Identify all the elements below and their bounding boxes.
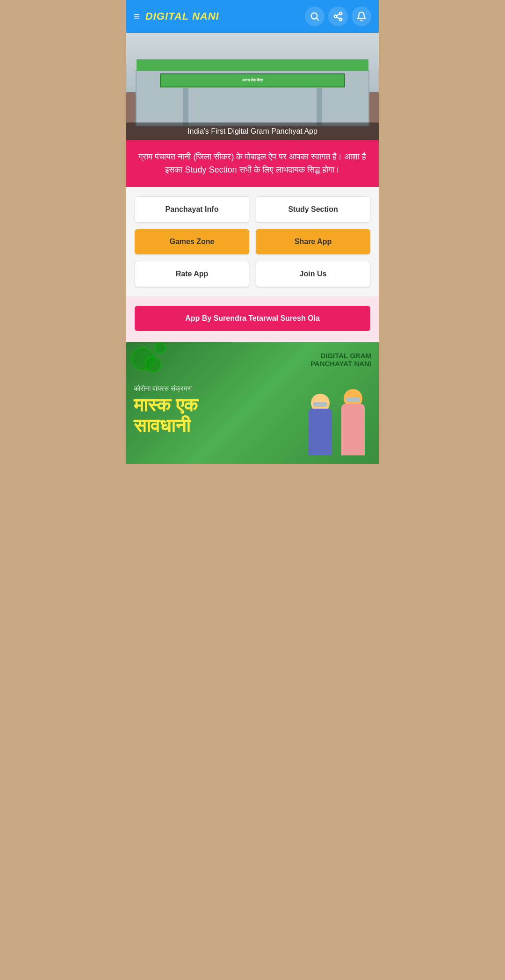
- mask-2: [346, 397, 360, 402]
- svg-line-1: [317, 18, 318, 20]
- notification-button[interactable]: [352, 7, 371, 26]
- welcome-text: ग्राम पंचायत नानी (जिला सीकर) के मोबाइल …: [136, 151, 369, 177]
- mask-1: [313, 402, 327, 407]
- building-roof: [137, 59, 368, 71]
- welcome-section: ग्राम पंचायत नानी (जिला सीकर) के मोबाइल …: [126, 140, 379, 187]
- sign-board: अटल सेवा केंद्र: [160, 73, 346, 87]
- app-title: DIGITAL NANI: [145, 10, 219, 22]
- hamburger-icon[interactable]: ≡: [134, 10, 140, 22]
- hero-caption: India's First Digital Gram Panchyat App: [126, 122, 379, 140]
- app-by-button[interactable]: App By Surendra Tetarwal Suresh Ola: [135, 306, 370, 331]
- svg-line-6: [337, 14, 339, 16]
- header-icons: [305, 7, 371, 26]
- character-2: [339, 389, 367, 464]
- banner-title-line1: DIGITAL GRAM: [310, 352, 371, 360]
- games-zone-button[interactable]: Games Zone: [135, 229, 249, 254]
- app-header: ≡ DIGITAL NANI: [126, 0, 379, 33]
- banner-title-line2: PANCHAYAT NANI: [310, 360, 371, 368]
- search-button[interactable]: [305, 7, 325, 26]
- pillar-right: [317, 88, 322, 125]
- buttons-grid: Panchayat Info Study Section Games Zone …: [135, 196, 370, 287]
- virus-circle-2: [145, 356, 161, 373]
- share-button[interactable]: [328, 7, 348, 26]
- hero-caption-text: India's First Digital Gram Panchyat App: [188, 127, 317, 135]
- rate-app-button[interactable]: Rate App: [135, 261, 249, 287]
- search-icon: [310, 11, 320, 22]
- buttons-section: Panchayat Info Study Section Games Zone …: [126, 187, 379, 296]
- hero-image-container: अटल सेवा केंद्र India's First Digital Gr…: [126, 33, 379, 140]
- banner-title: DIGITAL GRAM PANCHAYAT NANI: [310, 352, 371, 368]
- virus-circle-3: [154, 342, 166, 354]
- body-2: [341, 404, 365, 455]
- panchayat-info-button[interactable]: Panchayat Info: [135, 196, 249, 223]
- building: अटल सेवा केंद्र: [136, 70, 369, 126]
- body-1: [309, 409, 332, 455]
- character-1: [306, 394, 334, 464]
- share-app-button[interactable]: Share App: [256, 229, 370, 254]
- app-by-section: App By Surendra Tetarwal Suresh Ola: [126, 296, 379, 342]
- sign-text: अटल सेवा केंद्र: [242, 78, 263, 83]
- header-left: ≡ DIGITAL NANI: [134, 10, 219, 22]
- bottom-banner: DIGITAL GRAM PANCHAYAT NANI कोरोना वायरस…: [126, 342, 379, 464]
- share-icon: [333, 11, 343, 22]
- join-us-button[interactable]: Join Us: [256, 261, 370, 287]
- svg-line-5: [337, 17, 339, 19]
- pillar-left: [183, 88, 188, 125]
- hero-image: अटल सेवा केंद्र India's First Digital Gr…: [126, 33, 379, 140]
- study-section-button[interactable]: Study Section: [256, 196, 370, 223]
- notification-icon: [356, 11, 367, 22]
